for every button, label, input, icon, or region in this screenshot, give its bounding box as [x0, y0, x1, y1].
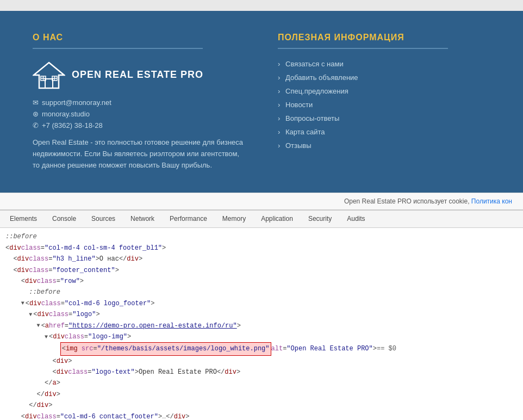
skype-line: ⊛ monoray.studio [33, 110, 245, 118]
link-add[interactable]: Добавить объявление [278, 73, 490, 82]
code-line-9: ▼ <a href="https://demo-pro.open-real-es… [5, 320, 518, 331]
logo-area: OPEN REAL ESTATE PRO [33, 60, 245, 90]
code-line-12: <div> [5, 356, 518, 367]
house-icon [33, 60, 65, 90]
code-line-10: ▼ <div class="logo-img"> [5, 331, 518, 342]
cookie-text: Open Real Estate PRO использует cookie, [344, 197, 470, 205]
link-sitemap[interactable]: Карта сайта [278, 128, 490, 136]
website-footer: О НАС OPEN REAL ESTATE PRO ✉ su [0, 11, 523, 193]
about-description: Open Real Estate - это полностью готовое… [33, 137, 245, 171]
link-news[interactable]: Новости [278, 101, 490, 109]
code-line-17: <div class="col-md-6 contact_footer">…</… [5, 411, 518, 420]
divider [33, 48, 203, 49]
email-line: ✉ support@monoray.net [33, 98, 245, 107]
about-column: О НАС OPEN REAL ESTATE PRO ✉ su [33, 33, 245, 171]
code-line-14: </a> [5, 378, 518, 388]
link-special[interactable]: Спец.предложения [278, 87, 490, 95]
code-line-6: ::before [5, 287, 518, 298]
useful-column: ПОЛЕЗНАЯ ИНФОРМАЦИЯ Связаться с нами Доб… [278, 33, 490, 171]
logo-text: OPEN REAL ESTATE PRO [72, 69, 203, 81]
code-line-16: </div> [5, 400, 518, 411]
tab-performance[interactable]: Performance [162, 212, 215, 227]
useful-title: ПОЛЕЗНАЯ ИНФОРМАЦИЯ [278, 33, 490, 42]
phone-value: +7 (8362) 38-18-28 [42, 121, 103, 129]
tab-application[interactable]: Application [253, 212, 301, 227]
code-line-15: </div> [5, 389, 518, 400]
devtools-panel: Elements Console Sources Network Perform… [0, 209, 523, 420]
about-title: О НАС [33, 33, 245, 42]
code-line-8: ▼ <div class="logo"> [5, 309, 518, 320]
tab-elements[interactable]: Elements [2, 212, 45, 227]
link-faq[interactable]: Вопросы-ответы [278, 114, 490, 122]
skype-icon: ⊛ [33, 110, 39, 118]
cookie-link[interactable]: Политика кон [471, 197, 512, 205]
tab-network[interactable]: Network [123, 212, 162, 227]
useful-links: Связаться с нами Добавить объявление Спе… [278, 60, 490, 150]
code-line-2: <div class="col-md-4 col-sm-4 footer_bl1… [5, 243, 518, 254]
svg-rect-1 [45, 79, 53, 88]
tab-console[interactable]: Console [45, 212, 84, 227]
code-line-7: ▼ <div class="col-md-6 logo_footer"> [5, 298, 518, 309]
svg-marker-0 [34, 63, 64, 88]
divider2 [278, 48, 448, 49]
code-line-4: <div class="footer_content"> [5, 265, 518, 276]
link-contact[interactable]: Связаться с нами [278, 60, 490, 68]
code-line-1: ::before [5, 231, 518, 242]
tab-security[interactable]: Security [301, 212, 339, 227]
phone-icon: ✆ [33, 121, 39, 129]
tab-sources[interactable]: Sources [84, 212, 123, 227]
top-bar [0, 0, 523, 11]
devtools-content: ::before <div class="col-md-4 col-sm-4 f… [0, 228, 523, 420]
phone-line: ✆ +7 (8362) 38-18-28 [33, 121, 245, 129]
skype-value: monoray.studio [42, 110, 90, 118]
code-line-3: <div class="h3 h_line">О нас</div> [5, 254, 518, 264]
tab-memory[interactable]: Memory [215, 212, 253, 227]
link-reviews[interactable]: Отзывы [278, 141, 490, 150]
code-line-13: <div class="logo-text">Open Real Estate … [5, 367, 518, 378]
code-line-5: <div class="row"> [5, 276, 518, 287]
code-line-11: <img src="/themes/basis/assets/images/lo… [5, 342, 518, 355]
cookie-bar: Open Real Estate PRO использует cookie, … [0, 193, 523, 209]
email-icon: ✉ [33, 98, 39, 107]
devtools-tab-bar: Elements Console Sources Network Perform… [0, 211, 523, 228]
tab-audits[interactable]: Audits [339, 212, 372, 227]
email-link[interactable]: support@monoray.net [42, 98, 111, 107]
